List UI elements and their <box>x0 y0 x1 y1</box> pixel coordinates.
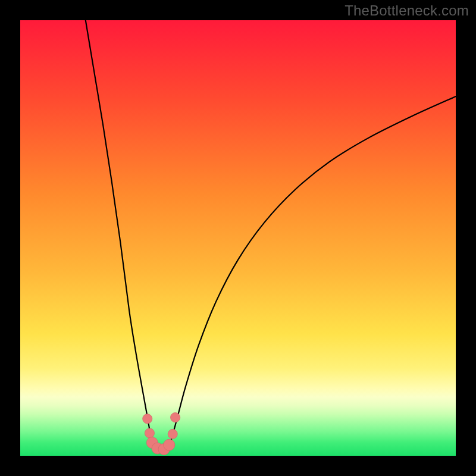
valley-marker <box>143 414 152 424</box>
chart-container: TheBottleneck.com <box>0 0 476 476</box>
plot-svg <box>20 20 456 456</box>
frame-border-left <box>0 0 20 476</box>
valley-marker <box>168 429 177 439</box>
frame-border-right <box>456 0 476 476</box>
background-rect <box>20 20 456 456</box>
valley-marker <box>164 439 175 450</box>
valley-marker <box>171 413 180 422</box>
plot-area <box>20 20 456 456</box>
frame-border-bottom <box>0 456 476 476</box>
watermark-text: TheBottleneck.com <box>345 2 469 19</box>
valley-marker <box>145 428 154 438</box>
